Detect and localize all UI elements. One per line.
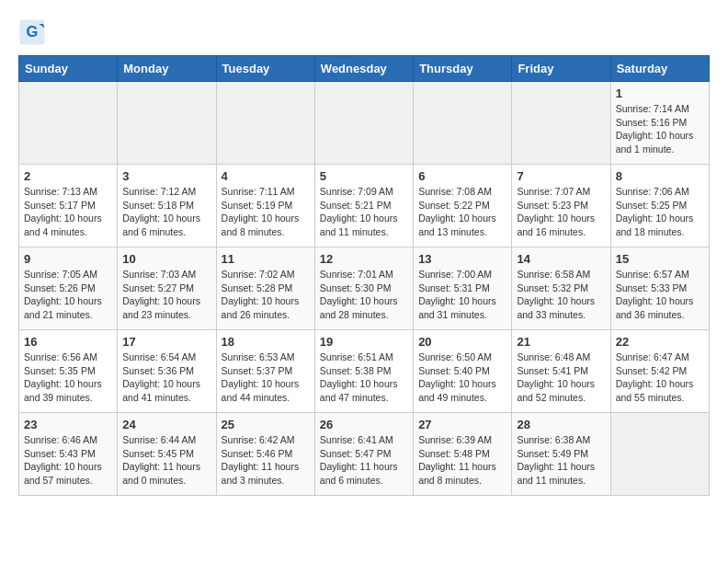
day-number: 14 — [517, 252, 605, 266]
day-info: Sunrise: 6:48 AM Sunset: 5:41 PM Dayligh… — [517, 350, 605, 405]
calendar-cell: 6Sunrise: 7:08 AM Sunset: 5:22 PM Daylig… — [414, 165, 512, 247]
calendar-cell — [610, 413, 709, 496]
day-info: Sunrise: 6:51 AM Sunset: 5:38 PM Dayligh… — [320, 350, 408, 405]
calendar-week-row: 16Sunrise: 6:56 AM Sunset: 5:35 PM Dayli… — [19, 330, 710, 413]
day-info: Sunrise: 6:42 AM Sunset: 5:46 PM Dayligh… — [222, 433, 310, 488]
calendar-cell: 22Sunrise: 6:47 AM Sunset: 5:42 PM Dayli… — [610, 330, 709, 413]
day-info: Sunrise: 7:09 AM Sunset: 5:21 PM Dayligh… — [320, 185, 408, 239]
calendar-cell: 28Sunrise: 6:38 AM Sunset: 5:49 PM Dayli… — [512, 413, 610, 496]
day-info: Sunrise: 7:07 AM Sunset: 5:23 PM Dayligh… — [517, 185, 605, 239]
day-info: Sunrise: 6:38 AM Sunset: 5:49 PM Dayligh… — [517, 433, 605, 488]
calendar-cell: 24Sunrise: 6:44 AM Sunset: 5:45 PM Dayli… — [118, 413, 216, 496]
day-info: Sunrise: 6:53 AM Sunset: 5:37 PM Dayligh… — [222, 350, 310, 405]
weekday-header: Thursday — [414, 56, 512, 82]
day-number: 1 — [616, 86, 704, 100]
day-info: Sunrise: 6:41 AM Sunset: 5:47 PM Dayligh… — [320, 433, 408, 488]
logo-icon: G — [18, 18, 46, 46]
calendar-cell: 1Sunrise: 7:14 AM Sunset: 5:16 PM Daylig… — [610, 82, 709, 165]
calendar-cell: 18Sunrise: 6:53 AM Sunset: 5:37 PM Dayli… — [216, 330, 314, 413]
calendar-cell: 17Sunrise: 6:54 AM Sunset: 5:36 PM Dayli… — [118, 330, 216, 413]
calendar-week-row: 1Sunrise: 7:14 AM Sunset: 5:16 PM Daylig… — [19, 82, 710, 165]
day-info: Sunrise: 6:58 AM Sunset: 5:32 PM Dayligh… — [517, 268, 605, 322]
day-info: Sunrise: 7:00 AM Sunset: 5:31 PM Dayligh… — [418, 268, 506, 322]
calendar-cell: 5Sunrise: 7:09 AM Sunset: 5:21 PM Daylig… — [314, 165, 413, 247]
day-number: 12 — [320, 252, 408, 266]
day-number: 21 — [517, 335, 605, 349]
day-info: Sunrise: 6:47 AM Sunset: 5:42 PM Dayligh… — [616, 350, 704, 405]
day-number: 4 — [222, 169, 310, 183]
calendar-cell: 16Sunrise: 6:56 AM Sunset: 5:35 PM Dayli… — [19, 330, 118, 413]
day-number: 13 — [418, 252, 506, 266]
calendar-cell: 21Sunrise: 6:48 AM Sunset: 5:41 PM Dayli… — [512, 330, 610, 413]
day-number: 26 — [320, 418, 408, 431]
calendar-cell: 3Sunrise: 7:12 AM Sunset: 5:18 PM Daylig… — [118, 165, 216, 247]
day-info: Sunrise: 6:57 AM Sunset: 5:33 PM Dayligh… — [616, 268, 704, 322]
day-number: 3 — [122, 169, 210, 183]
day-number: 2 — [24, 169, 112, 183]
day-info: Sunrise: 7:02 AM Sunset: 5:28 PM Dayligh… — [222, 268, 310, 322]
page-header: G — [18, 18, 710, 46]
day-number: 27 — [418, 418, 506, 431]
day-number: 28 — [517, 418, 605, 431]
calendar-week-row: 9Sunrise: 7:05 AM Sunset: 5:26 PM Daylig… — [19, 247, 710, 330]
calendar-week-row: 23Sunrise: 6:46 AM Sunset: 5:43 PM Dayli… — [19, 413, 710, 496]
day-info: Sunrise: 6:39 AM Sunset: 5:48 PM Dayligh… — [418, 433, 506, 488]
calendar-cell — [314, 82, 413, 165]
calendar-cell: 8Sunrise: 7:06 AM Sunset: 5:25 PM Daylig… — [610, 165, 709, 247]
calendar-cell: 23Sunrise: 6:46 AM Sunset: 5:43 PM Dayli… — [19, 413, 118, 496]
day-number: 17 — [122, 335, 210, 349]
day-info: Sunrise: 6:50 AM Sunset: 5:40 PM Dayligh… — [418, 350, 506, 405]
weekday-header: Friday — [512, 56, 610, 82]
calendar-cell — [512, 82, 610, 165]
day-info: Sunrise: 7:11 AM Sunset: 5:19 PM Dayligh… — [222, 185, 310, 239]
day-number: 18 — [222, 335, 310, 349]
calendar-cell: 27Sunrise: 6:39 AM Sunset: 5:48 PM Dayli… — [414, 413, 512, 496]
calendar-cell: 19Sunrise: 6:51 AM Sunset: 5:38 PM Dayli… — [314, 330, 413, 413]
calendar-week-row: 2Sunrise: 7:13 AM Sunset: 5:17 PM Daylig… — [19, 165, 710, 247]
calendar-cell: 20Sunrise: 6:50 AM Sunset: 5:40 PM Dayli… — [414, 330, 512, 413]
svg-text:G: G — [27, 23, 39, 40]
day-number: 9 — [24, 252, 112, 266]
day-number: 5 — [320, 169, 408, 183]
calendar-cell: 9Sunrise: 7:05 AM Sunset: 5:26 PM Daylig… — [19, 247, 118, 330]
day-number: 20 — [418, 335, 506, 349]
day-number: 24 — [122, 418, 210, 431]
day-info: Sunrise: 6:56 AM Sunset: 5:35 PM Dayligh… — [24, 350, 112, 405]
calendar-cell: 4Sunrise: 7:11 AM Sunset: 5:19 PM Daylig… — [216, 165, 314, 247]
day-number: 11 — [222, 252, 310, 266]
day-info: Sunrise: 7:01 AM Sunset: 5:30 PM Dayligh… — [320, 268, 408, 322]
day-number: 15 — [616, 252, 704, 266]
day-info: Sunrise: 6:44 AM Sunset: 5:45 PM Dayligh… — [122, 433, 210, 488]
calendar-table: SundayMondayTuesdayWednesdayThursdayFrid… — [18, 55, 710, 496]
calendar-cell — [118, 82, 216, 165]
calendar-cell: 10Sunrise: 7:03 AM Sunset: 5:27 PM Dayli… — [118, 247, 216, 330]
calendar-cell — [414, 82, 512, 165]
day-info: Sunrise: 7:05 AM Sunset: 5:26 PM Dayligh… — [24, 268, 112, 322]
day-info: Sunrise: 7:13 AM Sunset: 5:17 PM Dayligh… — [24, 185, 112, 239]
day-info: Sunrise: 7:08 AM Sunset: 5:22 PM Dayligh… — [418, 185, 506, 239]
calendar-cell: 26Sunrise: 6:41 AM Sunset: 5:47 PM Dayli… — [314, 413, 413, 496]
day-number: 22 — [616, 335, 704, 349]
calendar-cell: 2Sunrise: 7:13 AM Sunset: 5:17 PM Daylig… — [19, 165, 118, 247]
weekday-header: Wednesday — [314, 56, 413, 82]
weekday-header-row: SundayMondayTuesdayWednesdayThursdayFrid… — [19, 56, 710, 82]
day-number: 6 — [418, 169, 506, 183]
calendar-cell: 12Sunrise: 7:01 AM Sunset: 5:30 PM Dayli… — [314, 247, 413, 330]
day-info: Sunrise: 7:14 AM Sunset: 5:16 PM Dayligh… — [616, 102, 704, 156]
weekday-header: Tuesday — [216, 56, 314, 82]
calendar-cell: 25Sunrise: 6:42 AM Sunset: 5:46 PM Dayli… — [216, 413, 314, 496]
day-number: 19 — [320, 335, 408, 349]
day-info: Sunrise: 6:46 AM Sunset: 5:43 PM Dayligh… — [24, 433, 112, 488]
weekday-header: Saturday — [610, 56, 709, 82]
logo: G — [18, 18, 48, 46]
day-info: Sunrise: 7:06 AM Sunset: 5:25 PM Dayligh… — [616, 185, 704, 239]
day-number: 7 — [517, 169, 605, 183]
calendar-cell — [19, 82, 118, 165]
day-info: Sunrise: 7:12 AM Sunset: 5:18 PM Dayligh… — [122, 185, 210, 239]
day-number: 25 — [222, 418, 310, 431]
calendar-cell: 7Sunrise: 7:07 AM Sunset: 5:23 PM Daylig… — [512, 165, 610, 247]
calendar-cell: 14Sunrise: 6:58 AM Sunset: 5:32 PM Dayli… — [512, 247, 610, 330]
day-number: 10 — [122, 252, 210, 266]
day-info: Sunrise: 7:03 AM Sunset: 5:27 PM Dayligh… — [122, 268, 210, 322]
day-number: 16 — [24, 335, 112, 349]
